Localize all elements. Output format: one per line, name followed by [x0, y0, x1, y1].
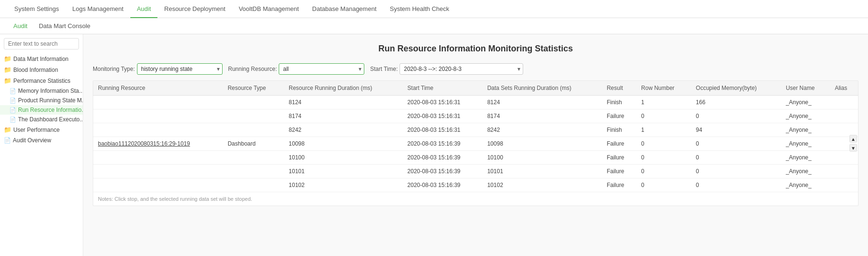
sidebar-group-user-performance[interactable]: 📁 User Performance	[0, 124, 83, 135]
running-resource-label: Running Resource:	[228, 66, 277, 72]
monitoring-type-select[interactable]: history running state	[137, 63, 223, 75]
page-title: Run Resource Information Monitoring Stat…	[93, 44, 858, 54]
table-cell	[223, 123, 284, 137]
table-cell: Failure	[602, 137, 636, 151]
table-cell: 94	[691, 123, 781, 137]
top-navigation: System Settings Logs Management Audit Re…	[0, 0, 868, 18]
scroll-up-btn[interactable]: ▲	[849, 135, 857, 143]
table-cell	[830, 178, 858, 192]
folder-icon: 📁	[4, 126, 11, 133]
table-cell: 10101	[284, 165, 403, 178]
table-cell	[223, 96, 284, 109]
start-time-label: Start Time:	[370, 66, 398, 72]
col-result: Result	[602, 81, 636, 96]
nav-audit[interactable]: Audit	[130, 0, 158, 18]
table-cell: 10101	[482, 165, 602, 178]
table-cell: 10098	[482, 137, 602, 151]
table-row: 101012020-08-03 15:16:3910101Failure00_A…	[93, 165, 858, 178]
scroll-controls: ▲ ▼	[849, 135, 857, 152]
nav-database-management[interactable]: Database Management	[305, 0, 383, 18]
scroll-down-btn[interactable]: ▼	[849, 144, 857, 152]
col-alias: Alias	[830, 81, 858, 96]
folder-icon: 📁	[4, 77, 11, 84]
folder-icon: 📁	[4, 66, 11, 73]
nav-resource-deployment[interactable]: Resource Deployment	[157, 0, 232, 18]
table-cell: 0	[691, 137, 781, 151]
table-cell: 0	[636, 137, 691, 151]
table-cell: 2020-08-03 15:16:39	[403, 151, 483, 165]
doc-icon: 📄	[10, 88, 16, 94]
nav-vooltdb-management[interactable]: VooltDB Management	[232, 0, 305, 18]
table-cell: Failure	[602, 178, 636, 192]
table-header-row: Running Resource Resource Type Resource …	[93, 81, 858, 96]
table-cell: 8124	[284, 96, 403, 109]
sidebar-group-blood[interactable]: 📁 Blood Information	[0, 64, 83, 75]
folder-icon: 📁	[4, 55, 11, 62]
sidebar-group-performance[interactable]: 📁 Performance Statistics	[0, 75, 83, 86]
table-cell: 0	[636, 165, 691, 178]
table-cell[interactable]: baobiao1112020080315:16:29-1019	[93, 137, 223, 151]
table-cell	[93, 123, 223, 137]
table-row: 81242020-08-03 15:16:318124Finish1166_An…	[93, 96, 858, 109]
table-cell: 8124	[482, 96, 602, 109]
table-cell: 0	[636, 178, 691, 192]
sidebar: 📁 Data Mart Information 📁 Blood Informat…	[0, 34, 83, 256]
main-layout: 📁 Data Mart Information 📁 Blood Informat…	[0, 34, 868, 256]
subnav-audit[interactable]: Audit	[8, 18, 33, 34]
table-cell: 8242	[284, 123, 403, 137]
table-cell: Finish	[602, 96, 636, 109]
table-cell: 2020-08-03 15:16:39	[403, 137, 483, 151]
table-cell: _Anyone_	[781, 96, 830, 109]
table-cell: Failure	[602, 151, 636, 165]
table-cell: Dashboard	[223, 137, 284, 151]
running-resource-group: Running Resource: all	[228, 63, 365, 75]
table-cell	[93, 165, 223, 178]
table-row: 82422020-08-03 15:16:318242Finish194_Any…	[93, 123, 858, 137]
sidebar-group-data-mart[interactable]: 📁 Data Mart Information	[0, 53, 83, 64]
sidebar-search-container	[0, 34, 83, 53]
table-cell: 2020-08-03 15:16:31	[403, 123, 483, 137]
table-cell: 0	[636, 151, 691, 165]
nav-system-health-check[interactable]: System Health Check	[383, 0, 456, 18]
nav-system-settings[interactable]: System Settings	[8, 0, 66, 18]
table-cell: Failure	[602, 109, 636, 123]
running-resource-select[interactable]: all	[279, 63, 364, 75]
table-cell: 8174	[284, 109, 403, 123]
monitoring-type-label: Monitoring Type:	[93, 66, 135, 72]
table-cell: 1	[636, 96, 691, 109]
table-cell: _Anyone_	[781, 178, 830, 192]
date-range-input[interactable]	[400, 63, 523, 75]
table-cell: 0	[691, 165, 781, 178]
sidebar-item-audit-overview[interactable]: 📄 Audit Overview	[0, 135, 83, 146]
sidebar-item-run-resource[interactable]: 📄 Run Resource Informatio...	[0, 105, 83, 115]
table-cell: 10102	[284, 178, 403, 192]
sidebar-item-product-running[interactable]: 📄 Product Running State M...	[0, 96, 83, 105]
table-cell: _Anyone_	[781, 137, 830, 151]
table-cell	[830, 109, 858, 123]
table-cell	[223, 178, 284, 192]
table-cell: 166	[691, 96, 781, 109]
data-table: Running Resource Resource Type Resource …	[93, 81, 858, 192]
search-input[interactable]	[4, 38, 79, 49]
table-cell: 10102	[482, 178, 602, 192]
monitoring-type-select-wrapper: history running state	[137, 63, 223, 75]
table-row: baobiao1112020080315:16:29-1019Dashboard…	[93, 137, 858, 151]
table-row: 81742020-08-03 15:16:318174Failure00_Any…	[93, 109, 858, 123]
table-cell: 10100	[284, 151, 403, 165]
nav-logs-management[interactable]: Logs Management	[66, 0, 130, 18]
table-cell: 8174	[482, 109, 602, 123]
table-row: 101022020-08-03 15:16:3910102Failure00_A…	[93, 178, 858, 192]
monitoring-type-group: Monitoring Type: history running state	[93, 63, 223, 75]
table-cell	[223, 109, 284, 123]
subnav-data-mart-console[interactable]: Data Mart Console	[33, 18, 96, 34]
table-cell: 2020-08-03 15:16:31	[403, 109, 483, 123]
table-cell	[93, 109, 223, 123]
sidebar-item-memory-info[interactable]: 📄 Memory Information Sta...	[0, 86, 83, 96]
col-resource-type: Resource Type	[223, 81, 284, 96]
table-cell: _Anyone_	[781, 109, 830, 123]
table-cell: 1	[636, 123, 691, 137]
sidebar-item-dashboard-exec[interactable]: 📄 The Dashboard Executo...	[0, 115, 83, 124]
table-footer-note: Notes: Click stop, and the selected runn…	[93, 192, 858, 206]
col-row-number: Row Number	[636, 81, 691, 96]
table-cell: _Anyone_	[781, 165, 830, 178]
